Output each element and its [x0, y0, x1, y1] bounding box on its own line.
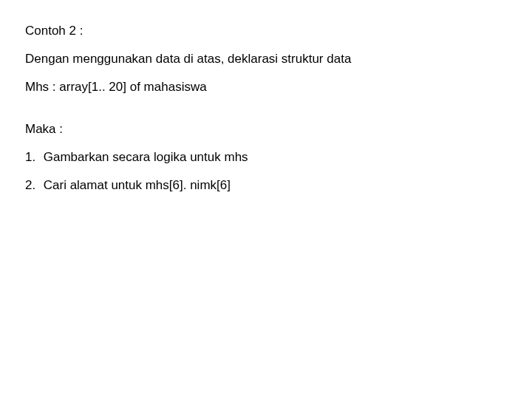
paragraph-intro: Dengan menggunakan data di atas, deklara…: [25, 50, 532, 68]
document-page: Contoh 2 : Dengan menggunakan data di at…: [0, 0, 532, 194]
spacer: [25, 106, 532, 120]
list-item: 2. Cari alamat untuk mhs[6]. nimk[6]: [25, 177, 532, 194]
list-text: Cari alamat untuk mhs[6]. nimk[6]: [44, 178, 231, 192]
list-item: 1. Gambarkan secara logika untuk mhs: [25, 149, 532, 166]
paragraph-declaration: Mhs : array[1.. 20] of mahasiswa: [25, 78, 532, 96]
list-number: 2.: [25, 177, 40, 194]
ordered-list: 1. Gambarkan secara logika untuk mhs 2. …: [25, 149, 532, 194]
list-text: Gambarkan secara logika untuk mhs: [44, 150, 248, 164]
heading-example-2: Contoh 2 :: [25, 22, 532, 40]
paragraph-maka: Maka :: [25, 120, 532, 138]
list-number: 1.: [25, 149, 40, 166]
